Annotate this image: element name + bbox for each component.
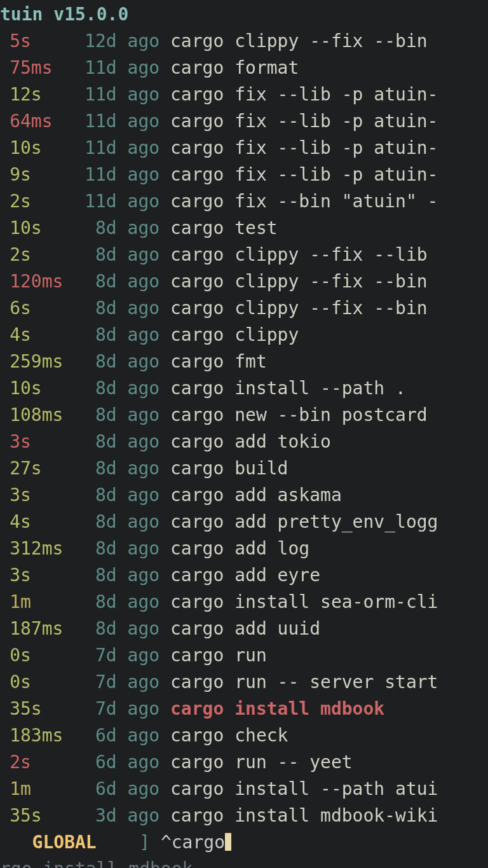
history-row[interactable]: 10s8d ago cargo test: [0, 215, 488, 242]
duration: 5s: [0, 28, 74, 55]
duration: 10s: [0, 375, 74, 402]
ago-label: ago: [128, 217, 160, 238]
command-text: cargo add pretty_env_logg: [170, 511, 438, 532]
duration: 75ms: [0, 55, 74, 81]
ago-label: ago: [128, 725, 160, 746]
duration: 10s: [0, 135, 74, 162]
duration: 6s: [0, 295, 74, 322]
ago-label: ago: [128, 485, 160, 506]
age: 7d: [74, 642, 116, 669]
ago-label: ago: [128, 618, 160, 639]
duration: 35s: [0, 696, 74, 722]
history-row[interactable]: 2s11d ago cargo fix --bin "atuin" -: [0, 188, 488, 215]
duration: 183ms: [0, 722, 74, 749]
duration: 2s: [0, 749, 74, 776]
history-row[interactable]: 12s11d ago cargo fix --lib -p atuin-: [0, 81, 488, 108]
ago-label: ago: [128, 111, 160, 132]
history-row[interactable]: 4s8d ago cargo add pretty_env_logg: [0, 509, 488, 535]
command-text: cargo add askama: [170, 485, 342, 506]
history-row[interactable]: 75ms11d ago cargo format: [0, 55, 488, 81]
history-row[interactable]: 9s11d ago cargo fix --lib -p atuin-: [0, 162, 488, 188]
age: 8d: [74, 295, 116, 322]
duration: 27s: [0, 455, 74, 482]
ago-label: ago: [128, 672, 160, 692]
history-row[interactable]: 3s8d ago cargo add tokio: [0, 429, 488, 455]
ago-label: ago: [128, 698, 160, 719]
age: 6d: [74, 722, 116, 749]
command-text: cargo clippy --fix --bin: [170, 31, 438, 52]
age: 8d: [74, 375, 116, 402]
history-row[interactable]: 3s8d ago cargo add eyre: [0, 562, 488, 589]
ago-label: ago: [128, 805, 160, 826]
command-text: cargo test: [170, 217, 278, 238]
history-row[interactable]: 0s7d ago cargo run: [0, 642, 488, 669]
command-text: cargo new --bin postcard: [170, 404, 428, 425]
age: 8d: [74, 455, 116, 482]
command-text: cargo install mdbook-wiki: [170, 805, 438, 826]
command-text: cargo add uuid: [170, 618, 320, 639]
history-row[interactable]: 2s6d ago cargo run -- yeet: [0, 749, 488, 776]
age: 7d: [74, 669, 116, 696]
history-row[interactable]: 35s7d ago cargo install mdbook: [0, 696, 488, 722]
age: 8d: [74, 616, 116, 642]
history-row[interactable]: 35s3d ago cargo install mdbook-wiki: [0, 803, 488, 829]
status-bar[interactable]: GLOBAL ] ^cargo: [0, 829, 488, 856]
age: 8d: [74, 215, 116, 242]
history-row[interactable]: 64ms11d ago cargo fix --lib -p atuin-: [0, 108, 488, 135]
command-text: cargo format: [170, 57, 299, 78]
duration: 3s: [0, 562, 74, 589]
command-text: cargo clippy --fix --lib: [170, 244, 438, 265]
history-row[interactable]: 0s7d ago cargo run -- server start: [0, 669, 488, 696]
age: 12d: [74, 28, 116, 55]
bracket-icon: ]: [139, 832, 150, 853]
history-row[interactable]: 10s8d ago cargo install --path .: [0, 375, 488, 402]
history-row[interactable]: 10s11d ago cargo fix --lib -p atuin-: [0, 135, 488, 162]
command-text: cargo add log: [170, 538, 309, 559]
history-row[interactable]: 120ms8d ago cargo clippy --fix --bin: [0, 268, 488, 295]
history-row[interactable]: 183ms6d ago cargo check: [0, 722, 488, 749]
duration: 187ms: [0, 616, 74, 642]
duration: 1m: [0, 589, 74, 616]
history-row[interactable]: 4s8d ago cargo clippy: [0, 322, 488, 348]
command-text: cargo fix --lib -p atuin-: [170, 137, 438, 158]
ago-label: ago: [128, 137, 160, 158]
duration: 9s: [0, 162, 74, 188]
duration: 3s: [0, 482, 74, 509]
ago-label: ago: [128, 84, 160, 105]
age: 8d: [74, 268, 116, 295]
duration: 0s: [0, 669, 74, 696]
duration: 2s: [0, 188, 74, 215]
ago-label: ago: [128, 778, 160, 799]
history-row[interactable]: 3s8d ago cargo add askama: [0, 482, 488, 509]
history-row[interactable]: 6s8d ago cargo clippy --fix --bin: [0, 295, 488, 322]
preview-line: rgo install mdbook: [0, 858, 193, 868]
command-text: cargo add eyre: [170, 565, 320, 586]
age: 11d: [74, 162, 116, 188]
command-text: cargo fix --lib -p atuin-: [170, 164, 438, 185]
ago-label: ago: [128, 244, 160, 265]
history-row[interactable]: 1m8d ago cargo install sea-orm-cli: [0, 589, 488, 616]
duration: 4s: [0, 509, 74, 535]
command-text: cargo clippy: [170, 324, 299, 345]
age: 8d: [74, 429, 116, 455]
age: 11d: [74, 135, 116, 162]
ago-label: ago: [128, 191, 160, 212]
age: 8d: [74, 562, 116, 589]
history-row[interactable]: 187ms8d ago cargo add uuid: [0, 616, 488, 642]
history-row[interactable]: 27s8d ago cargo build: [0, 455, 488, 482]
command-text: cargo run: [170, 645, 267, 666]
history-row[interactable]: 5s12d ago cargo clippy --fix --bin: [0, 28, 488, 55]
command-text: cargo clippy --fix --bin: [170, 298, 438, 319]
command-text: cargo run -- yeet: [170, 752, 353, 773]
history-row[interactable]: 312ms8d ago cargo add log: [0, 535, 488, 562]
command-text: cargo install mdbook: [170, 698, 384, 719]
history-row[interactable]: 108ms8d ago cargo new --bin postcard: [0, 402, 488, 429]
command-text: cargo clippy --fix --bin: [170, 271, 438, 292]
ago-label: ago: [128, 271, 160, 292]
history-row[interactable]: 1m6d ago cargo install --path atui: [0, 776, 488, 803]
search-input[interactable]: ^cargo: [161, 832, 225, 853]
history-row[interactable]: 2s8d ago cargo clippy --fix --lib: [0, 242, 488, 268]
age: 8d: [74, 402, 116, 429]
history-row[interactable]: 259ms8d ago cargo fmt: [0, 348, 488, 375]
ago-label: ago: [128, 645, 160, 666]
